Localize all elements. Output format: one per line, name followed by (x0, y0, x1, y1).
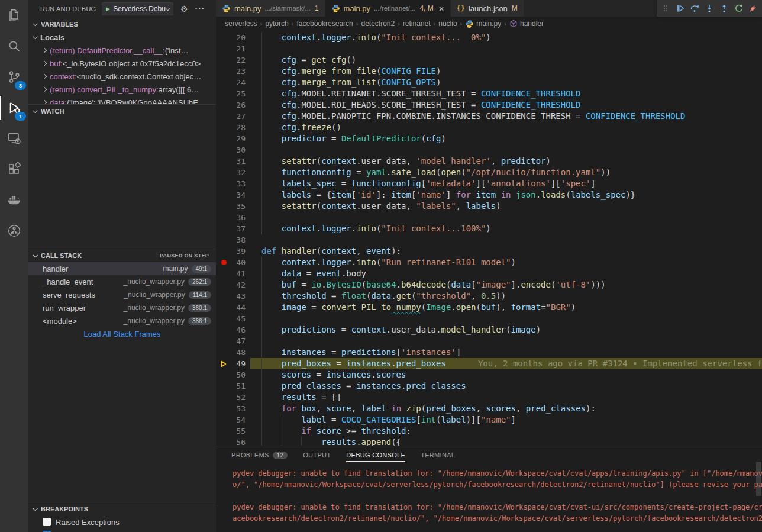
code-line[interactable]: 34 labels = {item['id']: item['name'] fo… (216, 189, 762, 201)
gutter[interactable]: 44 (216, 302, 250, 313)
code-line[interactable]: 55 if score >= threshold: (216, 425, 762, 437)
code-line[interactable]: 54 label = COCO_CATEGORIES[int(label)]["… (216, 414, 762, 425)
code-line[interactable]: 26 cfg.MODEL.ROI_HEADS.SCORE_THRESH_TEST… (216, 99, 762, 111)
code-text[interactable] (250, 313, 762, 324)
code-line[interactable]: 36 (216, 212, 762, 223)
code-text[interactable]: cfg.MODEL.ROI_HEADS.SCORE_THRESH_TEST = … (250, 99, 762, 111)
breakpoint-row[interactable]: ✓Uncaught Exceptions (28, 528, 216, 532)
code-text[interactable] (250, 43, 762, 54)
remote-explorer-button[interactable] (0, 123, 28, 154)
step-into-button[interactable] (703, 2, 715, 15)
gutter[interactable]: 33 (216, 178, 250, 189)
code-text[interactable]: results = [] (250, 392, 762, 403)
breadcrumb-item-retinanet[interactable]: retinanet (403, 20, 431, 28)
step-out-button[interactable] (718, 2, 730, 15)
gutter[interactable]: 26 (216, 99, 250, 111)
code-line[interactable]: 29 predictor = DefaultPredictor(cfg) (216, 133, 762, 144)
code-text[interactable]: pred_classes = instances.pred_classes (250, 381, 762, 392)
gutter[interactable]: 55 (216, 425, 250, 437)
code-line[interactable]: 30 (216, 144, 762, 156)
stack-frame-row[interactable]: <module>_nuclio_wrapper.py366:1 (28, 314, 216, 327)
watch-section-header[interactable]: WATCH (28, 105, 216, 118)
explorer-button[interactable] (0, 0, 28, 31)
code-line[interactable]: 53 for box, score, label in zip(pred_box… (216, 403, 762, 414)
code-text[interactable]: context.logger.info("Init context... 0%"… (250, 32, 762, 43)
code-text[interactable]: pred_boxes = instances.pred_boxesYou, 2 … (250, 358, 762, 369)
code-text[interactable]: predictions = context.user_data.model_ha… (250, 324, 762, 336)
code-line[interactable]: 38 (216, 234, 762, 246)
code-text[interactable]: instances = predictions['instances'] (250, 347, 762, 358)
code-line[interactable]: 41 data = event.body (216, 268, 762, 279)
gutter[interactable]: 43 (216, 291, 250, 302)
breakpoint-icon[interactable] (219, 257, 228, 268)
panel-tab-debug-console[interactable]: DEBUG CONSOLE (346, 449, 405, 462)
gutter[interactable]: 50 (216, 369, 250, 381)
code-text[interactable]: cfg.merge_from_list(CONFIG_OPTS) (250, 77, 762, 88)
gutter[interactable]: 39 (216, 246, 250, 257)
stack-frame-row[interactable]: serve_requests_nuclio_wrapper.py114:1 (28, 288, 216, 301)
source-control-button[interactable]: 8 (0, 62, 28, 92)
code-line[interactable]: 52 results = [] (216, 392, 762, 403)
gutter[interactable]: 46 (216, 324, 250, 336)
variables-scope-locals[interactable]: Locals (28, 31, 216, 44)
debug-console-output[interactable]: pydev debugger: unable to find translati… (216, 464, 762, 532)
gutter[interactable]: 38 (216, 234, 250, 246)
variable-row[interactable]: (return) DefaultPredictor.__call__: {'in… (28, 44, 216, 57)
gutter[interactable]: 49 (216, 358, 250, 369)
git-graph-button[interactable] (0, 215, 28, 246)
gutter[interactable]: 34 (216, 189, 250, 201)
gutter[interactable]: 53 (216, 403, 250, 414)
code-line[interactable]: 28 cfg.freeze() (216, 122, 762, 133)
gutter[interactable]: 45 (216, 313, 250, 324)
gutter[interactable]: 42 (216, 279, 250, 291)
code-line[interactable]: 40 context.logger.info("Run retinanet-R1… (216, 257, 762, 268)
gutter[interactable]: 23 (216, 66, 250, 77)
breakpoint-row[interactable]: Raised Exceptions (28, 515, 216, 528)
gutter[interactable]: 29 (216, 133, 250, 144)
variable-row[interactable]: context: <nuclio_sdk.context.Context obj… (28, 70, 216, 83)
code-line[interactable]: 21 (216, 43, 762, 54)
gripper-button[interactable] (660, 2, 671, 15)
code-text[interactable] (250, 234, 762, 246)
checkbox[interactable] (43, 518, 51, 526)
code-text[interactable]: cfg.MODEL.PANOPTIC_FPN.COMBINE.INSTANCES… (250, 111, 762, 122)
code-line[interactable]: 31 setattr(context.user_data, 'model_han… (216, 156, 762, 167)
code-text[interactable]: def handler(context, event): (250, 246, 762, 257)
code-text[interactable]: predictor = DefaultPredictor(cfg) (250, 133, 762, 144)
code-text[interactable]: for box, score, label in zip(pred_boxes,… (250, 403, 762, 414)
breadcrumb-item-main-py[interactable]: main.py (465, 20, 501, 28)
variable-row[interactable]: buf: <_io.BytesIO object at 0x7f5a2dc1ec… (28, 57, 216, 70)
gutter[interactable]: 54 (216, 414, 250, 425)
code-line[interactable]: 47 (216, 336, 762, 347)
debug-config-dropdown[interactable]: ▶ Serverless Debu (102, 2, 173, 15)
gutter[interactable]: 30 (216, 144, 250, 156)
gutter[interactable]: 25 (216, 88, 250, 99)
code-line[interactable]: 48 instances = predictions['instances'] (216, 347, 762, 358)
gutter[interactable]: 51 (216, 381, 250, 392)
code-text[interactable]: functionconfig = yaml.safe_load(open("/o… (250, 167, 762, 178)
gear-icon[interactable]: ⚙ (180, 4, 188, 14)
code-text[interactable] (250, 336, 762, 347)
start-debugging-icon[interactable]: ▶ (106, 6, 110, 12)
code-text[interactable]: cfg.freeze() (250, 122, 762, 133)
panel-tab-terminal[interactable]: TERMINAL (421, 449, 455, 461)
call-stack-section-header[interactable]: CALL STACK PAUSED ON STEP (28, 249, 216, 262)
breadcrumb-item-serverless[interactable]: serverless (225, 20, 257, 28)
code-text[interactable]: buf = io.BytesIO(base64.b64decode(data["… (250, 279, 762, 291)
variables-section-header[interactable]: VARIABLES (28, 18, 216, 31)
code-line[interactable]: 45 (216, 313, 762, 324)
run-and-debug-button[interactable]: 1 (0, 92, 28, 123)
code-line[interactable]: 25 cfg.MODEL.RETINANET.SCORE_THRESH_TEST… (216, 88, 762, 99)
gutter[interactable]: 32 (216, 167, 250, 178)
gutter[interactable]: 47 (216, 336, 250, 347)
gutter[interactable]: 22 (216, 54, 250, 66)
gutter[interactable]: 52 (216, 392, 250, 403)
gutter[interactable]: 21 (216, 43, 250, 54)
code-line[interactable]: 33 labels_spec = functionconfig['metadat… (216, 178, 762, 189)
stack-frame-row[interactable]: handlermain.py49:1 (28, 262, 216, 275)
breadcrumb-item-pytorch[interactable]: pytorch (265, 20, 288, 28)
editor-tab-main-py-1[interactable]: main.py.../retinanet/...4, M× (325, 0, 451, 17)
code-text[interactable]: data = event.body (250, 268, 762, 279)
code-line[interactable]: 44 image = convert_PIL_to_numpy(Image.op… (216, 302, 762, 313)
panel-tab-problems[interactable]: PROBLEMS12 (231, 449, 288, 462)
